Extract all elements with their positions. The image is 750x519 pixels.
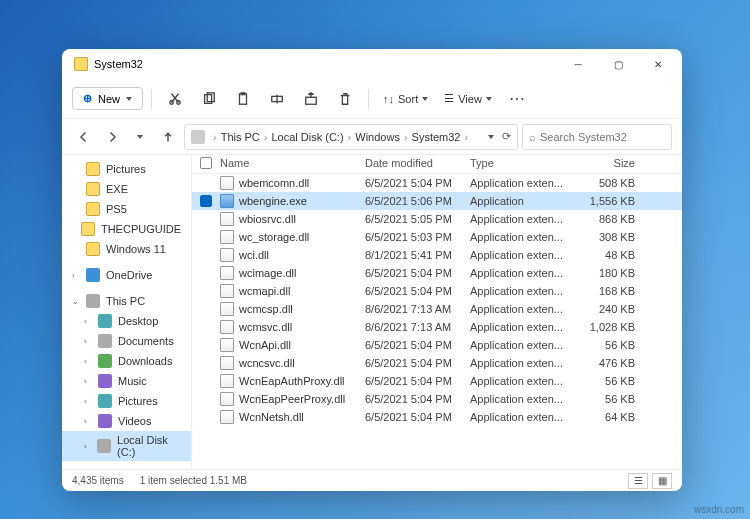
sort-button[interactable]: ↑↓Sort (377, 84, 434, 114)
rename-button[interactable] (262, 84, 292, 114)
sidebar-quick-item[interactable]: Windows 11 (62, 239, 191, 259)
sidebar-drive-item[interactable]: ›Music (62, 371, 191, 391)
file-type: Application exten... (470, 357, 570, 369)
file-type: Application exten... (470, 249, 570, 261)
status-items: 4,435 items (72, 475, 124, 486)
copy-button[interactable] (194, 84, 224, 114)
share-button[interactable] (296, 84, 326, 114)
bc-1[interactable]: Local Disk (C:) (271, 131, 343, 143)
table-row[interactable]: wbengine.exe 6/5/2021 5:06 PM Applicatio… (192, 192, 682, 210)
file-date: 8/6/2021 7:13 AM (365, 321, 470, 333)
folder-icon (86, 202, 100, 216)
table-row[interactable]: WcnApi.dll 6/5/2021 5:04 PM Application … (192, 336, 682, 354)
file-type: Application exten... (470, 285, 570, 297)
drive-icon (98, 414, 112, 428)
table-row[interactable]: wcimage.dll 6/5/2021 5:04 PM Application… (192, 264, 682, 282)
sidebar-drive-item[interactable]: ›Videos (62, 411, 191, 431)
details-view-toggle[interactable]: ☰ (628, 473, 648, 489)
dll-icon (220, 320, 234, 334)
forward-button[interactable] (100, 125, 124, 149)
status-bar: 4,435 items 1 item selected 1.51 MB ☰ ▦ (62, 469, 682, 491)
folder-icon (81, 222, 95, 236)
file-name: WcnEapAuthProxy.dll (239, 375, 345, 387)
dll-icon (220, 284, 234, 298)
table-row[interactable]: wci.dll 8/1/2021 5:41 PM Application ext… (192, 246, 682, 264)
table-row[interactable]: wcmsvc.dll 8/6/2021 7:13 AM Application … (192, 318, 682, 336)
titlebar[interactable]: System32 ─ ▢ ✕ (62, 49, 682, 79)
close-button[interactable]: ✕ (638, 50, 678, 78)
breadcrumb[interactable]: › This PC› Local Disk (C:)› Windows› Sys… (184, 124, 518, 150)
table-row[interactable]: wcmapi.dll 6/5/2021 5:04 PM Application … (192, 282, 682, 300)
sidebar-quick-item[interactable]: EXE (62, 179, 191, 199)
navigation-pane: PicturesEXEPS5THECPUGUIDEWindows 11 ›One… (62, 155, 192, 469)
file-date: 6/5/2021 5:04 PM (365, 393, 470, 405)
bc-2[interactable]: Windows (355, 131, 400, 143)
file-name: wbiosrvc.dll (239, 213, 296, 225)
col-name[interactable]: Name (220, 157, 365, 169)
window-title: System32 (94, 58, 558, 70)
file-size: 180 KB (570, 267, 635, 279)
minimize-button[interactable]: ─ (558, 50, 598, 78)
view-button[interactable]: ☰View (438, 84, 498, 114)
table-row[interactable]: wcncsvc.dll 6/5/2021 5:04 PM Application… (192, 354, 682, 372)
delete-button[interactable] (330, 84, 360, 114)
table-row[interactable]: wc_storage.dll 6/5/2021 5:03 PM Applicat… (192, 228, 682, 246)
dll-icon (220, 374, 234, 388)
thumbnails-view-toggle[interactable]: ▦ (652, 473, 672, 489)
drive-icon (191, 130, 205, 144)
sidebar-onedrive[interactable]: ›OneDrive (62, 265, 191, 285)
select-all-checkbox[interactable] (200, 157, 212, 169)
table-row[interactable]: WcnEapAuthProxy.dll 6/5/2021 5:04 PM App… (192, 372, 682, 390)
file-type: Application (470, 195, 570, 207)
sidebar-drive-item[interactable]: ›Downloads (62, 351, 191, 371)
file-type: Application exten... (470, 321, 570, 333)
bc-0[interactable]: This PC (221, 131, 260, 143)
folder-icon (86, 242, 100, 256)
sidebar-drive-item[interactable]: ›Local Disk (C:) (62, 431, 191, 461)
dll-icon (220, 392, 234, 406)
search-input[interactable]: ⌕ Search System32 (522, 124, 672, 150)
file-name: WcnNetsh.dll (239, 411, 304, 423)
sidebar-drive-item[interactable]: ›Desktop (62, 311, 191, 331)
col-date[interactable]: Date modified (365, 157, 470, 169)
table-row[interactable]: wbiosrvc.dll 6/5/2021 5:05 PM Applicatio… (192, 210, 682, 228)
view-label: View (458, 93, 482, 105)
recent-button[interactable] (128, 125, 152, 149)
table-row[interactable]: wcmcsp.dll 8/6/2021 7:13 AM Application … (192, 300, 682, 318)
more-button[interactable]: ⋯ (502, 84, 532, 114)
table-row[interactable]: WcnNetsh.dll 6/5/2021 5:04 PM Applicatio… (192, 408, 682, 426)
paste-button[interactable] (228, 84, 258, 114)
new-button[interactable]: ⊕ New (72, 87, 143, 110)
bc-3[interactable]: System32 (412, 131, 461, 143)
col-size[interactable]: Size (570, 157, 635, 169)
file-name: wcimage.dll (239, 267, 296, 279)
maximize-button[interactable]: ▢ (598, 50, 638, 78)
file-type: Application exten... (470, 411, 570, 423)
file-type: Application exten... (470, 339, 570, 351)
sidebar-quick-item[interactable]: Pictures (62, 159, 191, 179)
sidebar-drive-item[interactable]: ›Documents (62, 331, 191, 351)
drive-icon (97, 439, 111, 453)
column-headers[interactable]: Name Date modified Type Size (192, 155, 682, 174)
row-checkbox[interactable] (200, 195, 212, 207)
sidebar-quick-item[interactable]: PS5 (62, 199, 191, 219)
sidebar-quick-item[interactable]: THECPUGUIDE (62, 219, 191, 239)
file-name: wcncsvc.dll (239, 357, 295, 369)
file-date: 6/5/2021 5:04 PM (365, 357, 470, 369)
cut-button[interactable] (160, 84, 190, 114)
dll-icon (220, 410, 234, 424)
file-date: 6/5/2021 5:03 PM (365, 231, 470, 243)
file-name: wbengine.exe (239, 195, 307, 207)
file-type: Application exten... (470, 393, 570, 405)
sidebar-drive-item[interactable]: ›Pictures (62, 391, 191, 411)
sidebar-thispc[interactable]: ⌄This PC (62, 291, 191, 311)
file-type: Application exten... (470, 303, 570, 315)
dll-icon (220, 266, 234, 280)
table-row[interactable]: wbemcomn.dll 6/5/2021 5:04 PM Applicatio… (192, 174, 682, 192)
file-date: 6/5/2021 5:04 PM (365, 375, 470, 387)
col-type[interactable]: Type (470, 157, 570, 169)
table-row[interactable]: WcnEapPeerProxy.dll 6/5/2021 5:04 PM App… (192, 390, 682, 408)
svg-rect-7 (306, 97, 317, 104)
back-button[interactable] (72, 125, 96, 149)
up-button[interactable] (156, 125, 180, 149)
